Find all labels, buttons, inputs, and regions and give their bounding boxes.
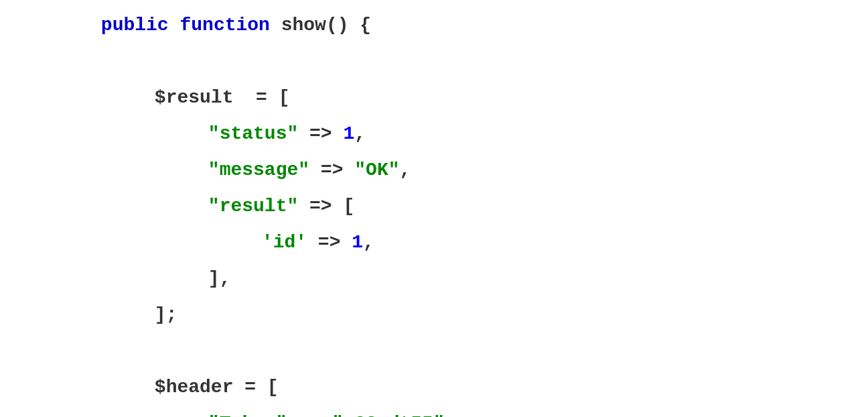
code-line-1: public function show() { xyxy=(0,7,868,43)
close-bracket-2: ]; xyxy=(155,304,177,325)
token-key: "Token" xyxy=(208,413,287,418)
function-signature: show() { xyxy=(270,15,371,36)
comma-4: , xyxy=(445,413,456,418)
arrow-5: => xyxy=(287,413,332,418)
token-value: "e23gdt55" xyxy=(332,413,445,418)
line-content-12: "Token" => "e23gdt55", xyxy=(33,392,855,418)
code-editor[interactable]: public function show() { $result = [ "st… xyxy=(0,0,868,417)
keyword-public: public xyxy=(101,15,169,36)
code-line-9: ]; xyxy=(0,296,868,333)
space xyxy=(169,15,180,36)
code-line-12: "Token" => "e23gdt55", xyxy=(0,405,868,417)
keyword-function: function xyxy=(179,15,269,36)
